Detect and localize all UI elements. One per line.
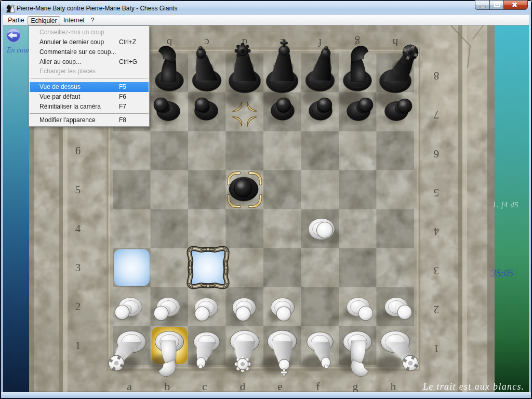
svg-text:2: 2: [75, 300, 81, 313]
svg-text:5: 5: [75, 183, 81, 196]
svg-text:g: g: [353, 380, 358, 393]
svg-text:c: c: [202, 380, 207, 393]
svg-text:h: h: [391, 380, 396, 393]
svg-text:f: f: [318, 36, 322, 49]
svg-text:a: a: [127, 380, 132, 393]
svg-text:6: 6: [75, 144, 81, 157]
svg-text:4: 4: [433, 225, 439, 238]
svg-text:d: d: [240, 380, 246, 393]
svg-text:e: e: [277, 380, 282, 393]
svg-text:7: 7: [434, 109, 440, 121]
svg-text:h: h: [392, 36, 398, 49]
svg-text:1: 1: [75, 339, 81, 352]
svg-text:3: 3: [434, 264, 440, 277]
svg-text:1. f4 d5: 1. f4 d5: [493, 201, 518, 209]
svg-text:Le trait est aux blancs.: Le trait est aux blancs.: [422, 381, 525, 392]
svg-text:3: 3: [75, 261, 81, 274]
svg-text:f: f: [316, 380, 320, 393]
svg-text:35:05: 35:05: [491, 268, 513, 278]
svg-text:2: 2: [434, 303, 440, 316]
svg-text:1: 1: [434, 342, 440, 355]
svg-text:6: 6: [434, 148, 440, 160]
svg-text:4: 4: [75, 222, 81, 235]
svg-text:b: b: [165, 380, 170, 393]
svg-text:5: 5: [434, 187, 440, 199]
svg-text:c: c: [204, 36, 209, 49]
svg-text:8: 8: [434, 70, 440, 82]
